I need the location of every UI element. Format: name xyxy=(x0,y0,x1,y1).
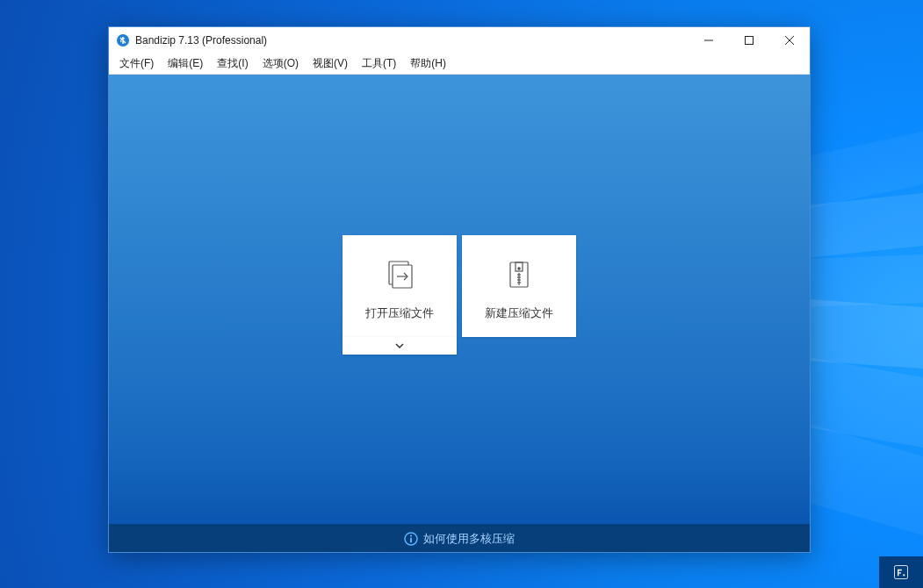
close-button[interactable] xyxy=(769,27,810,54)
new-archive-button[interactable]: 新建压缩文件 xyxy=(462,235,576,337)
statusbar: 如何使用多核压缩 xyxy=(109,524,810,552)
status-tip-text: 如何使用多核压缩 xyxy=(423,531,515,547)
maximize-icon xyxy=(745,36,754,45)
chevron-down-icon xyxy=(395,341,404,350)
open-card-stack: 打开压缩文件 xyxy=(343,235,457,355)
menu-help[interactable]: 帮助(H) xyxy=(403,54,453,74)
info-icon xyxy=(404,532,418,546)
window-title: Bandizip 7.13 (Professional) xyxy=(135,34,267,47)
menu-find[interactable]: 查找(I) xyxy=(210,54,255,74)
menubar: 文件(F) 编辑(E) 查找(I) 选项(O) 视图(V) 工具(T) 帮助(H… xyxy=(109,54,810,75)
app-icon xyxy=(116,33,130,47)
desktop-background: Bandizip 7.13 (Professional) 文件(F) 编辑(E)… xyxy=(0,0,923,588)
open-archive-label: 打开压缩文件 xyxy=(365,305,434,321)
svg-rect-2 xyxy=(746,37,754,45)
titlebar[interactable]: Bandizip 7.13 (Professional) xyxy=(109,27,810,54)
svg-point-17 xyxy=(410,534,412,536)
menu-tools[interactable]: 工具(T) xyxy=(355,54,403,74)
menu-view[interactable]: 视图(V) xyxy=(306,54,355,74)
svg-rect-19 xyxy=(895,566,908,579)
minimize-icon xyxy=(704,36,713,45)
menu-options[interactable]: 选项(O) xyxy=(256,54,306,74)
content-area: 打开压缩文件 xyxy=(109,75,810,524)
svg-point-10 xyxy=(518,268,520,269)
corner-badge xyxy=(879,556,923,588)
maximize-button[interactable] xyxy=(729,27,769,54)
minimize-button[interactable] xyxy=(689,27,729,54)
open-archive-icon xyxy=(382,257,417,292)
menu-edit[interactable]: 编辑(E) xyxy=(161,54,210,74)
menu-file[interactable]: 文件(F) xyxy=(112,54,161,74)
svg-rect-18 xyxy=(410,537,412,542)
corner-badge-icon xyxy=(892,563,910,581)
app-window: Bandizip 7.13 (Professional) 文件(F) 编辑(E)… xyxy=(108,26,811,553)
open-archive-button[interactable]: 打开压缩文件 xyxy=(343,235,457,337)
status-tip-link[interactable]: 如何使用多核压缩 xyxy=(404,531,515,547)
new-archive-icon xyxy=(501,257,537,292)
open-archive-dropdown[interactable] xyxy=(343,337,457,355)
svg-point-20 xyxy=(903,574,905,576)
new-archive-label: 新建压缩文件 xyxy=(485,305,553,321)
window-controls xyxy=(689,27,810,54)
action-cards: 打开压缩文件 xyxy=(343,235,576,355)
close-icon xyxy=(785,36,794,45)
